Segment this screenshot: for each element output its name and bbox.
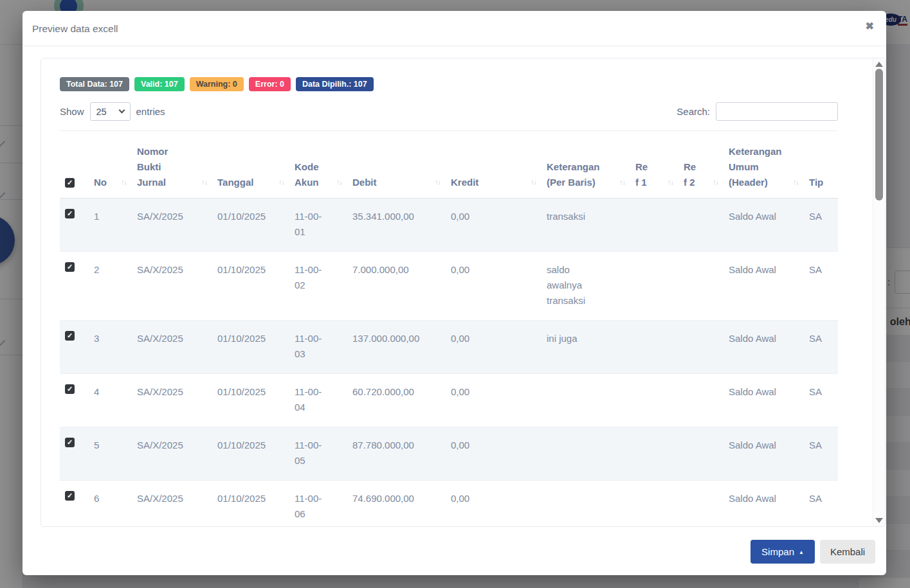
cell-ket: transaksi xyxy=(541,199,630,252)
cell-no: 6 xyxy=(89,481,132,528)
col-header-tipe: Tip xyxy=(804,131,838,199)
cell-ref2 xyxy=(678,427,723,481)
scrollbar-thumb[interactable] xyxy=(875,69,883,200)
sort-icon: ↑↓ xyxy=(201,174,207,190)
cell-value: 0,00 xyxy=(451,438,469,453)
cell-value: ini juga xyxy=(547,331,593,346)
cell-value: 4 xyxy=(94,384,99,400)
select-all-checkbox[interactable]: ✓ xyxy=(65,178,75,188)
caret-up-icon: ▲ xyxy=(799,549,804,555)
chevron-down-icon xyxy=(118,107,125,114)
badge-valid: Valid: 107 xyxy=(134,77,185,91)
badge-total: Total Data: 107 xyxy=(60,77,129,91)
table-row: ✓2SA/X/202501/10/202511-00-027.000.000,0… xyxy=(60,252,838,321)
row-checkbox[interactable]: ✓ xyxy=(65,262,75,272)
cell-debit: 74.690.000,00 xyxy=(347,481,446,528)
row-checkbox[interactable]: ✓ xyxy=(65,438,75,447)
close-icon[interactable]: ✖ xyxy=(866,20,874,32)
col-header-ref2[interactable]: Re f 2↑↓ xyxy=(678,131,723,199)
cell-value: 3 xyxy=(94,331,99,346)
cell-value: Saldo Awal xyxy=(729,209,776,224)
col-label: Keterangan (Per Baris) xyxy=(547,159,606,190)
cell-value: SA/X/2025 xyxy=(137,209,183,224)
cell-value: 87.780.000,00 xyxy=(352,438,414,453)
entries-label: entries xyxy=(136,106,165,117)
cell-value: SA/X/2025 xyxy=(137,262,183,278)
cell-ref2 xyxy=(678,481,723,528)
scroll-down-arrow[interactable] xyxy=(875,518,883,523)
col-header-tanggal[interactable]: Tanggal↑↓ xyxy=(212,131,289,199)
cell-value: Saldo Awal xyxy=(729,262,776,278)
col-header-check: ✓ xyxy=(60,131,89,199)
table-row: ✓1SA/X/202501/10/202511-00-0135.341.000,… xyxy=(60,199,838,252)
cell-value: 0,00 xyxy=(451,331,469,346)
cell-value: 01/10/2025 xyxy=(217,331,266,346)
col-header-bukti[interactable]: Nomor Bukti Jurnal↑↓ xyxy=(132,131,212,199)
cell-value: 7.000.000,00 xyxy=(352,262,409,278)
cell-value: 11-00-05 xyxy=(295,438,325,468)
cell-tipe: SA xyxy=(804,321,838,374)
cell-debit: 87.780.000,00 xyxy=(347,427,446,481)
cell-bukti: SA/X/2025 xyxy=(132,199,212,252)
cell-ref1 xyxy=(630,252,678,321)
cell-ket xyxy=(541,374,630,427)
save-button[interactable]: Simpan▲ xyxy=(751,540,815,564)
preview-table: ✓No↑↓Nomor Bukti Jurnal↑↓Tanggal↑↓Kode A… xyxy=(60,130,838,527)
col-header-no[interactable]: No↑↓ xyxy=(89,131,132,199)
col-header-ket[interactable]: Keterangan (Per Baris)↑↓ xyxy=(541,131,630,199)
back-button[interactable]: Kembali xyxy=(820,540,875,564)
badge-error: Error: 0 xyxy=(249,77,291,91)
table-header-row: ✓No↑↓Nomor Bukti Jurnal↑↓Tanggal↑↓Kode A… xyxy=(60,131,838,199)
cell-check: ✓ xyxy=(60,427,89,481)
cell-value: SA/X/2025 xyxy=(137,331,183,346)
row-checkbox[interactable]: ✓ xyxy=(65,331,75,341)
col-header-ref1[interactable]: Re f 1↑↓ xyxy=(630,131,678,199)
cell-value: 0,00 xyxy=(451,262,469,278)
search-input[interactable] xyxy=(716,102,838,121)
sort-icon: ↑↓ xyxy=(619,174,625,190)
cell-value: 60.720.000,00 xyxy=(352,384,414,400)
cell-value: 5 xyxy=(94,438,99,453)
cell-ref2 xyxy=(678,252,723,321)
cell-tanggal: 01/10/2025 xyxy=(212,252,289,321)
row-checkbox[interactable]: ✓ xyxy=(65,491,75,501)
sort-icon: ↑↓ xyxy=(121,174,127,190)
cell-kredit: 0,00 xyxy=(446,427,541,481)
row-checkbox[interactable]: ✓ xyxy=(65,384,75,394)
sort-icon: ↑↓ xyxy=(793,174,799,190)
table-controls: Show 25 entries Search: xyxy=(60,102,838,121)
cell-umum: Saldo Awal xyxy=(723,199,804,252)
badge-selected: Data Dipilih.: 107 xyxy=(296,77,374,91)
cell-check: ✓ xyxy=(60,481,89,528)
cell-kode: 11-00-05 xyxy=(289,427,347,481)
col-label: Re f 2 xyxy=(684,159,696,190)
sort-icon: ↑↓ xyxy=(336,174,342,190)
col-header-debit[interactable]: Debit↑↓ xyxy=(347,131,446,199)
cell-kredit: 0,00 xyxy=(446,199,541,252)
cell-kode: 11-00-02 xyxy=(289,252,347,321)
col-label: No xyxy=(94,175,107,190)
col-header-kredit[interactable]: Kredit↑↓ xyxy=(446,131,541,199)
cell-value: SA xyxy=(809,262,822,278)
cell-umum: Saldo Awal xyxy=(723,427,804,481)
vertical-scrollbar[interactable] xyxy=(873,58,885,526)
cell-value: SA/X/2025 xyxy=(137,438,183,453)
cell-value: 0,00 xyxy=(451,384,469,400)
cell-no: 5 xyxy=(89,427,132,481)
table-body: ✓1SA/X/202501/10/202511-00-0135.341.000,… xyxy=(60,199,838,528)
col-header-umum[interactable]: Keterangan Umum (Header)↑↓ xyxy=(723,131,804,199)
page-length-select[interactable]: 25 xyxy=(90,102,131,121)
cell-value: SA xyxy=(809,438,822,453)
cell-kode: 11-00-06 xyxy=(289,481,347,528)
col-label: Kode Akun xyxy=(295,159,323,190)
cell-ref2 xyxy=(678,374,723,427)
cell-ket: saldo awalnya transaksi xyxy=(541,252,630,321)
cell-ref2 xyxy=(678,199,723,252)
scroll-up-arrow[interactable] xyxy=(875,62,883,67)
cell-ref1 xyxy=(630,481,678,528)
cell-tanggal: 01/10/2025 xyxy=(212,321,289,374)
cell-kredit: 0,00 xyxy=(446,252,541,321)
cell-no: 1 xyxy=(89,199,132,252)
row-checkbox[interactable]: ✓ xyxy=(65,209,75,218)
col-header-kode[interactable]: Kode Akun↑↓ xyxy=(289,131,347,199)
